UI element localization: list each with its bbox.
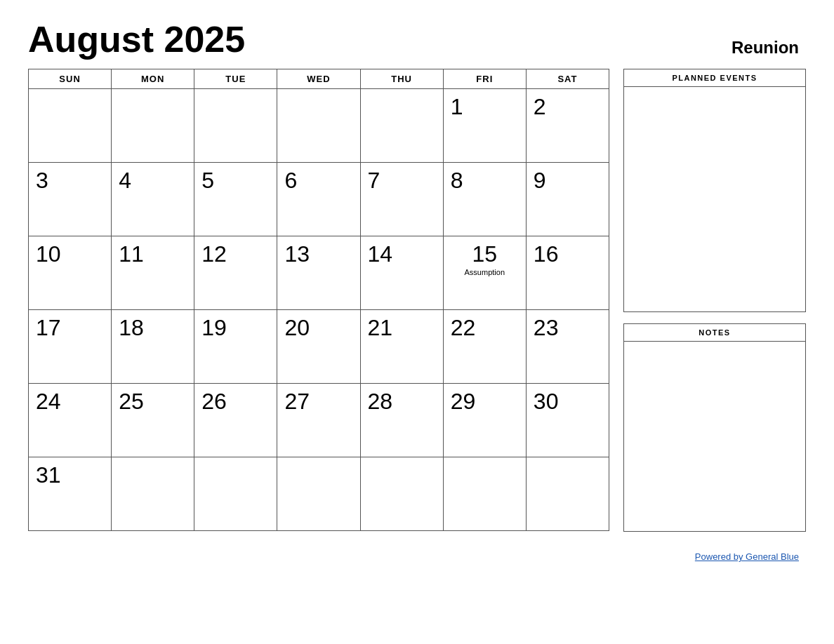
calendar-day-cell — [112, 89, 194, 163]
day-number: 10 — [36, 242, 104, 267]
day-number: 2 — [534, 95, 602, 119]
footer: Powered by General Blue — [623, 550, 806, 563]
day-number: 15 — [451, 242, 519, 267]
day-cell-content: 30 — [534, 389, 602, 414]
calendar-day-cell: 22 — [443, 310, 526, 384]
day-cell-content: 7 — [368, 168, 436, 193]
day-cell-content: 10 — [36, 242, 104, 267]
notes-header: NOTES — [624, 324, 805, 342]
notes-box: NOTES — [623, 323, 806, 532]
day-cell-content: 1 — [451, 95, 519, 119]
day-number: 31 — [36, 463, 104, 488]
day-cell-content: 21 — [368, 316, 436, 340]
holiday-label: Assumption — [451, 268, 519, 276]
calendar-day-cell — [360, 89, 443, 163]
day-number: 9 — [534, 168, 602, 193]
day-cell-content: 19 — [201, 316, 270, 340]
notes-body — [624, 342, 805, 531]
calendar-day-cell — [443, 457, 526, 531]
calendar-day-cell: 28 — [360, 384, 443, 457]
calendar-day-cell: 24 — [29, 384, 112, 457]
day-number: 23 — [534, 316, 602, 340]
day-cell-content: 8 — [451, 168, 519, 193]
day-number: 29 — [451, 389, 519, 414]
day-number: 3 — [36, 168, 104, 193]
weekday-header-row: SUN MON TUE WED THU FRI SAT — [29, 69, 609, 89]
calendar-day-cell: 16 — [526, 236, 609, 310]
calendar-day-cell: 6 — [277, 163, 360, 236]
day-cell-content: 12 — [201, 242, 270, 267]
day-number: 30 — [534, 389, 602, 414]
calendar-day-cell: 13 — [277, 236, 360, 310]
calendar-day-cell: 9 — [526, 163, 609, 236]
header-sun: SUN — [29, 69, 112, 89]
day-number: 20 — [284, 316, 352, 340]
calendar-day-cell — [526, 457, 609, 531]
day-number: 26 — [201, 389, 270, 414]
calendar-day-cell: 26 — [194, 384, 277, 457]
calendar-day-cell: 11 — [112, 236, 194, 310]
calendar-day-cell: 29 — [443, 384, 526, 457]
calendar-day-cell: 2 — [526, 89, 609, 163]
planned-events-box: PLANNED EVENTS — [623, 69, 806, 312]
header-wed: WED — [277, 69, 360, 89]
header-sat: SAT — [526, 69, 609, 89]
calendar-day-cell: 7 — [360, 163, 443, 236]
calendar-week-row: 24252627282930 — [29, 384, 609, 457]
calendar-day-cell: 10 — [29, 236, 112, 310]
calendar-day-cell — [360, 457, 443, 531]
day-number: 17 — [36, 316, 104, 340]
day-number: 4 — [119, 168, 187, 193]
calendar-day-cell — [112, 457, 194, 531]
calendar-day-cell: 12 — [194, 236, 277, 310]
day-number: 18 — [119, 316, 187, 340]
day-number: 25 — [119, 389, 187, 414]
day-cell-content: 28 — [368, 389, 436, 414]
calendar-day-cell: 19 — [194, 310, 277, 384]
calendar-day-cell — [277, 89, 360, 163]
day-cell-content: 15Assumption — [451, 242, 519, 276]
powered-by-link[interactable]: Powered by General Blue — [695, 551, 799, 562]
calendar-day-cell: 21 — [360, 310, 443, 384]
header-fri: FRI — [443, 69, 526, 89]
day-cell-content: 18 — [119, 316, 187, 340]
day-cell-content: 23 — [534, 316, 602, 340]
day-cell-content: 29 — [451, 389, 519, 414]
day-cell-content: 27 — [284, 389, 352, 414]
day-cell-content: 14 — [368, 242, 436, 267]
day-number: 8 — [451, 168, 519, 193]
day-number: 28 — [368, 389, 436, 414]
day-cell-content: 3 — [36, 168, 104, 193]
calendar-day-cell: 8 — [443, 163, 526, 236]
day-cell-content: 5 — [201, 168, 270, 193]
calendar-day-cell: 23 — [526, 310, 609, 384]
calendar-week-row: 12 — [29, 89, 609, 163]
calendar-day-cell — [29, 89, 112, 163]
calendar-table: SUN MON TUE WED THU FRI SAT 123456789101… — [28, 69, 609, 531]
day-number: 7 — [368, 168, 436, 193]
day-number: 5 — [201, 168, 270, 193]
day-number: 19 — [201, 316, 270, 340]
calendar-section: SUN MON TUE WED THU FRI SAT 123456789101… — [28, 69, 609, 563]
calendar-day-cell: 3 — [29, 163, 112, 236]
day-cell-content: 2 — [534, 95, 602, 119]
calendar-day-cell: 20 — [277, 310, 360, 384]
calendar-week-row: 101112131415Assumption16 — [29, 236, 609, 310]
day-number: 6 — [284, 168, 352, 193]
day-cell-content: 11 — [119, 242, 187, 267]
day-number: 1 — [451, 95, 519, 119]
calendar-day-cell: 5 — [194, 163, 277, 236]
day-number: 22 — [451, 316, 519, 340]
day-cell-content: 26 — [201, 389, 270, 414]
calendar-day-cell: 30 — [526, 384, 609, 457]
page-header: August 2025 Reunion — [28, 21, 806, 58]
day-cell-content: 24 — [36, 389, 104, 414]
day-cell-content: 9 — [534, 168, 602, 193]
calendar-week-row: 31 — [29, 457, 609, 531]
day-cell-content: 22 — [451, 316, 519, 340]
day-number: 14 — [368, 242, 436, 267]
right-section: PLANNED EVENTS NOTES Powered by General … — [623, 69, 806, 563]
planned-events-header: PLANNED EVENTS — [624, 69, 805, 87]
header-mon: MON — [112, 69, 194, 89]
calendar-day-cell — [277, 457, 360, 531]
